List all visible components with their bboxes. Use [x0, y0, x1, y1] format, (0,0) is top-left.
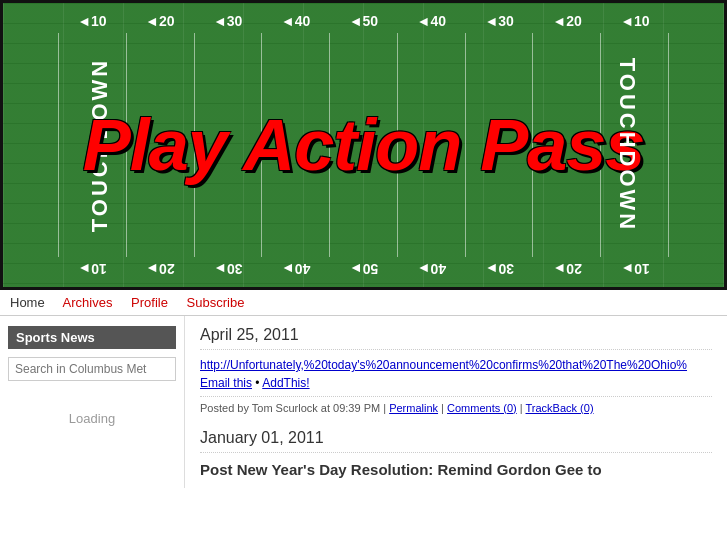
separator-1: •	[252, 376, 262, 390]
nav-home[interactable]: Home	[10, 295, 45, 310]
yard-numbers-top: ◄10◄20◄30◄40◄50 ◄40◄30◄20◄10	[3, 13, 724, 29]
post-1-actions: Email this • AddThis!	[200, 376, 712, 390]
page-layout: Sports News Loading April 25, 2011 http:…	[0, 316, 727, 488]
post-1-date: April 25, 2011	[200, 326, 712, 350]
touchdown-right: TOUCHDOWN	[614, 58, 640, 232]
main-content: April 25, 2011 http://Unfortunately,%20t…	[185, 316, 727, 488]
loading-indicator: Loading	[8, 411, 176, 426]
post-2-date: January 01, 2011	[200, 429, 712, 453]
site-header: ◄10◄20◄30◄40◄50 ◄40◄30◄20◄10 TOUCHDOWN P…	[0, 0, 727, 290]
post-2: January 01, 2011 Post New Year's Day Res…	[200, 429, 712, 478]
permalink-link[interactable]: Permalink	[389, 402, 438, 414]
sidebar: Sports News Loading	[0, 316, 185, 488]
email-this-link[interactable]: Email this	[200, 376, 252, 390]
nav-subscribe[interactable]: Subscribe	[187, 295, 245, 310]
yard-numbers-bottom: 10►20►30►40►50► 40►30►20►10►	[3, 261, 724, 277]
sep1: |	[438, 402, 447, 414]
site-title: Play Action Pass	[83, 104, 645, 186]
nav-archives[interactable]: Archives	[63, 295, 113, 310]
sidebar-widget-title: Sports News	[8, 326, 176, 349]
nav-profile[interactable]: Profile	[131, 295, 168, 310]
post-1: April 25, 2011 http://Unfortunately,%20t…	[200, 326, 712, 414]
addthis-link[interactable]: AddThis!	[262, 376, 309, 390]
post-1-meta: Posted by Tom Scurlock at 09:39 PM | Per…	[200, 396, 712, 414]
posted-by-text: Posted by Tom Scurlock at 09:39 PM |	[200, 402, 389, 414]
post-2-title: Post New Year's Day Resolution: Remind G…	[200, 461, 712, 478]
sep2: |	[517, 402, 526, 414]
trackback-link[interactable]: TrackBack (0)	[526, 402, 594, 414]
search-input[interactable]	[8, 357, 176, 381]
post-1-url[interactable]: http://Unfortunately,%20today's%20announ…	[200, 358, 712, 372]
comments-link[interactable]: Comments (0)	[447, 402, 517, 414]
nav-bar: Home Archives Profile Subscribe	[0, 290, 727, 316]
